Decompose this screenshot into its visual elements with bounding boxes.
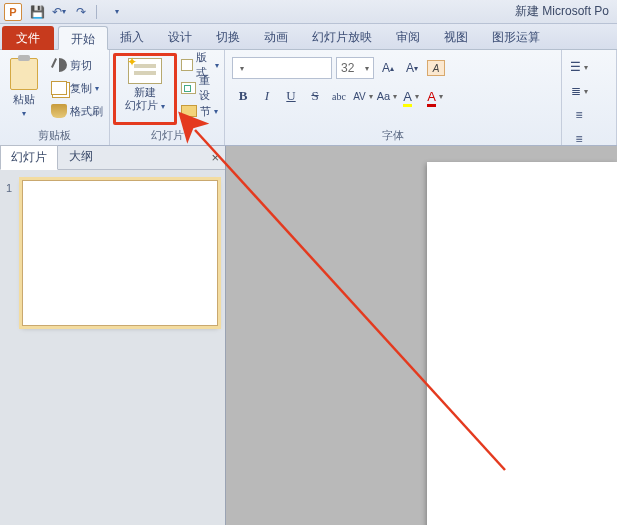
group-clipboard: 粘贴 ▾ 剪切 复制▾ 格式刷 剪贴板 [0,50,110,145]
brush-icon [51,104,67,118]
redo-button[interactable]: ↷ [72,3,90,21]
change-case-button[interactable]: Aa▾ [376,85,398,107]
cut-label: 剪切 [70,58,92,73]
paste-icon [10,58,38,90]
font-size-combo[interactable]: 32▾ [336,57,374,79]
copy-button[interactable]: 复制▾ [49,78,105,98]
paste-label: 粘贴 [13,92,35,107]
new-slide-label: 新建幻灯片 ▾ [125,86,165,113]
chevron-down-icon: ▾ [365,64,369,73]
slide-thumb-1[interactable]: 1 [6,180,219,326]
font-name-combo[interactable]: ▾ [232,57,332,79]
tab-transitions[interactable]: 切换 [204,25,252,49]
new-slide-icon [128,58,162,84]
new-slide-highlight: 新建幻灯片 ▾ [113,53,177,125]
highlight-color-button[interactable]: A▾ [400,85,422,107]
qat-customize[interactable]: ▾ [108,3,126,21]
cut-button[interactable]: 剪切 [49,55,105,75]
format-painter-label: 格式刷 [70,104,103,119]
section-label: 节 [200,104,211,119]
section-button[interactable]: 节 ▾ [179,101,221,121]
layout-icon [181,59,193,71]
qat-separator [96,5,102,19]
numbering-button[interactable]: ≣▾ [569,81,589,101]
undo-button[interactable]: ↶▾ [50,3,68,21]
workspace: 幻灯片 大纲 × 1 [0,146,617,525]
cut-icon [51,58,67,72]
tab-home[interactable]: 开始 [58,26,108,50]
tab-shapecalc[interactable]: 图形运算 [480,25,552,49]
reset-button[interactable]: 重设 [179,78,221,98]
slide-editor[interactable] [226,146,617,525]
slide-thumbnail[interactable] [22,180,218,326]
increase-font-button[interactable]: A▴ [378,57,398,79]
paste-caret-icon: ▾ [22,109,26,118]
thumbnail-list[interactable]: 1 [0,170,225,525]
tab-review[interactable]: 审阅 [384,25,432,49]
bold-button[interactable]: B [232,85,254,107]
group-slides: 新建幻灯片 ▾ 版式▾ 重设 节 ▾ 幻灯片 [110,50,225,145]
window-title: 新建 Microsoft Po [515,3,609,20]
pane-tabs: 幻灯片 大纲 × [0,146,225,170]
title-bar: P 💾 ↶▾ ↷ ▾ 新建 Microsoft Po [0,0,617,24]
tab-design[interactable]: 设计 [156,25,204,49]
tab-view[interactable]: 视图 [432,25,480,49]
tab-file[interactable]: 文件 [2,26,54,50]
reset-label: 重设 [199,73,219,103]
pane-tab-outline[interactable]: 大纲 [58,144,104,169]
clear-formatting-button[interactable]: A [426,57,446,79]
group-font: ▾ 32▾ A▴ A▾ A B I U S abc AV▾ Aa▾ A▾ A▾ … [225,50,562,145]
strikethrough-button[interactable]: S [304,85,326,107]
tab-slideshow[interactable]: 幻灯片放映 [300,25,384,49]
font-size-value: 32 [341,61,354,75]
new-slide-button[interactable]: 新建幻灯片 ▾ [118,56,172,120]
chevron-down-icon: ▾ [240,64,244,73]
group-paragraph: ☰▾ ≣▾ ≡ ≡ 段落 [562,50,617,145]
layout-button[interactable]: 版式▾ [179,55,221,75]
tab-animations[interactable]: 动画 [252,25,300,49]
section-icon [181,105,197,117]
app-icon: P [4,3,22,21]
char-spacing-button[interactable]: AV▾ [352,85,374,107]
format-painter-button[interactable]: 格式刷 [49,101,105,121]
font-color-button[interactable]: A▾ [424,85,446,107]
pane-tab-slides[interactable]: 幻灯片 [0,145,58,170]
decrease-font-button[interactable]: A▾ [402,57,422,79]
group-font-label: 字体 [228,126,558,145]
group-slides-label: 幻灯片 [113,126,221,145]
align-left-button[interactable]: ≡ [569,105,589,125]
pane-close-button[interactable]: × [211,150,219,165]
copy-label: 复制 [70,81,92,96]
tab-insert[interactable]: 插入 [108,25,156,49]
slide-number: 1 [6,180,16,326]
text-shadow-button[interactable]: abc [328,85,350,107]
reset-icon [181,82,196,94]
group-clipboard-label: 剪贴板 [3,126,106,145]
ribbon-tabs: 文件 开始 插入 设计 切换 动画 幻灯片放映 审阅 视图 图形运算 [0,24,617,50]
bullets-button[interactable]: ☰▾ [569,57,589,77]
thumbnail-pane: 幻灯片 大纲 × 1 [0,146,226,525]
italic-button[interactable]: I [256,85,278,107]
ribbon: 粘贴 ▾ 剪切 复制▾ 格式刷 剪贴板 新建幻灯片 ▾ 版式▾ [0,50,617,146]
copy-icon [51,81,67,95]
clear-formatting-icon: A [427,60,445,76]
quick-access-toolbar: 💾 ↶▾ ↷ ▾ [28,3,126,21]
underline-button[interactable]: U [280,85,302,107]
slide-canvas[interactable] [427,162,617,525]
paste-button[interactable]: 粘贴 ▾ [3,53,45,123]
save-button[interactable]: 💾 [28,3,46,21]
